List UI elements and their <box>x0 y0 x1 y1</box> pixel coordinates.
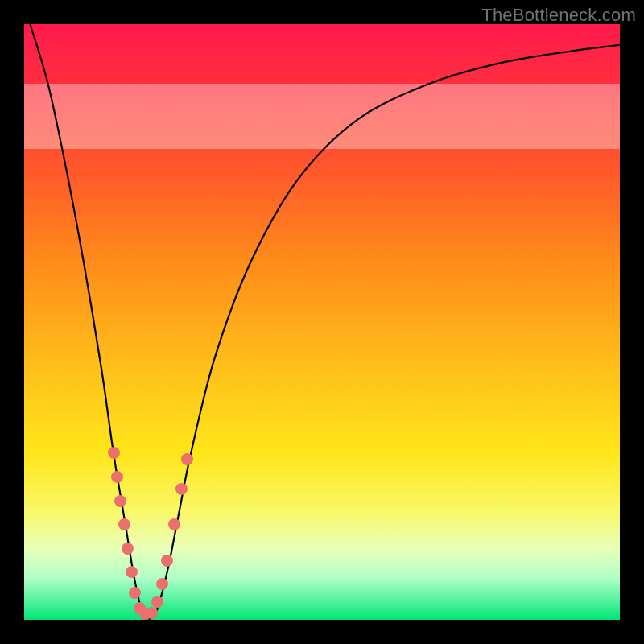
highlight-band <box>24 84 620 149</box>
data-marker <box>122 543 134 555</box>
data-marker <box>168 518 180 530</box>
data-marker <box>134 602 146 614</box>
bottleneck-curve <box>30 24 620 619</box>
data-marker <box>114 495 126 507</box>
data-marker <box>108 447 120 459</box>
data-marker <box>126 566 138 578</box>
data-marker <box>146 607 158 619</box>
data-marker <box>156 578 168 590</box>
data-marker <box>151 596 163 608</box>
curve-svg <box>24 24 620 620</box>
plot-area <box>24 24 620 620</box>
data-marker <box>175 483 188 495</box>
data-marker <box>111 471 123 483</box>
chart-frame: TheBottleneck.com <box>0 0 644 644</box>
data-marker <box>139 608 151 620</box>
data-marker <box>129 587 141 599</box>
data-marker <box>181 453 193 465</box>
watermark-text: TheBottleneck.com <box>481 5 636 26</box>
data-marker <box>161 555 173 567</box>
data-marker <box>118 518 130 530</box>
